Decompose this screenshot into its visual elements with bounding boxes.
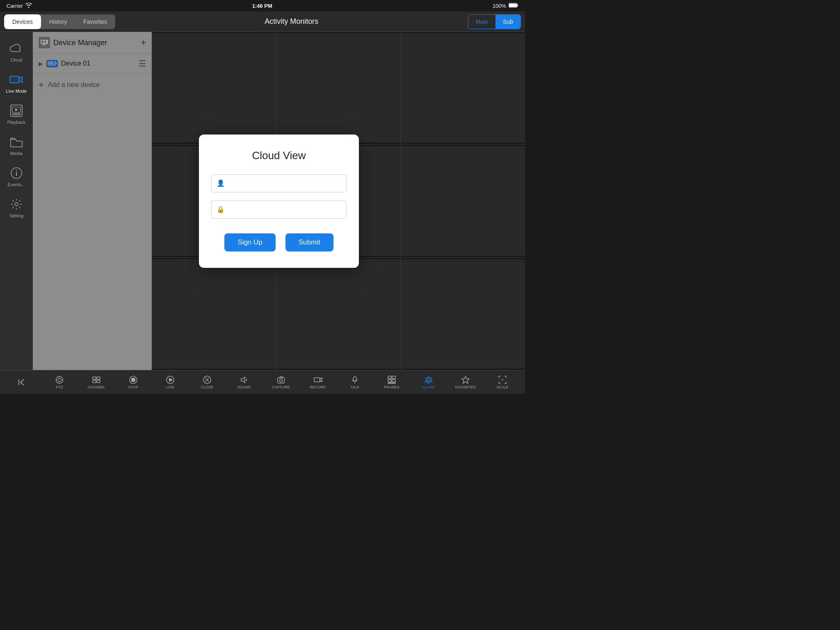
toolbar-capture-label: CAPTURE: [272, 385, 290, 389]
modal-title: Cloud View: [252, 149, 306, 162]
toolbar-live-label: LIVE: [166, 385, 174, 389]
stream-sub-button[interactable]: Sub: [495, 15, 520, 29]
svg-marker-8: [15, 108, 18, 111]
toolbar-sound[interactable]: SOUND: [234, 375, 254, 389]
toolbar-talk[interactable]: TALK: [345, 375, 365, 389]
svg-rect-34: [97, 380, 100, 383]
svg-marker-42: [241, 377, 245, 383]
toolbar-sound-label: SOUND: [237, 385, 251, 389]
svg-point-26: [56, 376, 63, 383]
toolbar-channel[interactable]: CHANNEL: [86, 375, 107, 389]
status-bar: Carrier 1:46 PM 100%: [0, 0, 525, 11]
folder-icon: [9, 135, 24, 149]
tab-bar: Devices History Favorites: [4, 14, 115, 29]
svg-rect-31: [93, 377, 96, 379]
carrier-label: Carrier: [7, 3, 23, 9]
svg-rect-33: [93, 380, 96, 383]
svg-point-53: [427, 378, 430, 381]
svg-rect-1: [517, 4, 518, 6]
svg-rect-52: [388, 383, 395, 383]
svg-rect-49: [392, 376, 395, 379]
info-icon: [9, 166, 24, 180]
user-field-icon: 👤: [217, 179, 225, 187]
toolbar-frames-label: FRAMES: [384, 385, 399, 389]
password-field-wrap: 🔒: [211, 201, 347, 219]
svg-rect-3: [10, 76, 19, 83]
wifi-icon: [25, 3, 32, 9]
battery-icon: [509, 3, 518, 9]
svg-point-12: [15, 203, 18, 206]
modal-overlay: Cloud View 👤 🔒 Sign Up Submit: [33, 32, 525, 370]
sidebar: Cloud Live Mode Playback: [0, 32, 33, 370]
toolbar-stop-label: STOP: [128, 385, 138, 389]
toolbar-frames[interactable]: FRAMES: [381, 375, 402, 389]
sidebar-label-live: Live Mode: [6, 89, 27, 94]
toolbar-back-button[interactable]: [12, 378, 33, 387]
toolbar-scale-label: SCALE: [496, 385, 509, 389]
sidebar-label-setting: Setting: [9, 213, 23, 218]
sidebar-label-playback: Playback: [7, 120, 26, 125]
sidebar-item-media[interactable]: Media: [0, 130, 33, 161]
svg-rect-36: [132, 378, 135, 381]
toolbar-record[interactable]: RECORD: [308, 375, 328, 389]
toolbar-ptz-label: PTZ: [56, 385, 63, 389]
toolbar-close[interactable]: CLOSE: [197, 375, 217, 389]
camera-icon: [9, 72, 24, 87]
toolbar-record-label: RECORD: [310, 385, 326, 389]
sidebar-item-playback[interactable]: Playback: [0, 98, 33, 130]
battery-label: 100%: [493, 3, 506, 9]
toolbar-stop[interactable]: STOP: [123, 375, 144, 389]
toolbar-ptz[interactable]: PTZ: [49, 375, 70, 389]
cloud-icon: [9, 41, 24, 56]
tab-favorites[interactable]: Favorites: [75, 14, 115, 29]
sidebar-item-cloud[interactable]: Cloud: [0, 36, 33, 67]
toolbar-favorites-label: FAVORITES: [455, 385, 476, 389]
top-nav: Devices History Favorites Activity Monit…: [0, 11, 525, 32]
toolbar-close-label: CLOSE: [201, 385, 214, 389]
toolbar-capture[interactable]: CAPTURE: [271, 375, 291, 389]
sidebar-item-events[interactable]: Events...: [0, 161, 33, 192]
stream-main-button[interactable]: Main: [468, 15, 495, 29]
lock-field-icon: 🔒: [217, 205, 225, 213]
svg-rect-43: [278, 378, 284, 383]
signup-button[interactable]: Sign Up: [224, 233, 275, 251]
toolbar-scale[interactable]: SCALE: [492, 375, 513, 389]
username-field-wrap: 👤: [211, 174, 347, 192]
svg-marker-38: [169, 378, 172, 381]
toolbar-alarm[interactable]: ALARM: [418, 375, 439, 389]
username-input[interactable]: [228, 180, 341, 187]
svg-point-25: [58, 378, 61, 381]
toolbar-live[interactable]: LIVE: [160, 375, 180, 389]
svg-rect-32: [97, 377, 100, 379]
sidebar-label-media: Media: [10, 151, 23, 156]
gear-icon: [9, 197, 24, 212]
svg-point-44: [280, 379, 283, 382]
svg-rect-51: [392, 379, 395, 382]
svg-rect-48: [388, 376, 391, 379]
password-input[interactable]: [228, 206, 341, 213]
sidebar-label-events: Events...: [8, 182, 25, 187]
submit-button[interactable]: Submit: [285, 233, 333, 251]
cloud-view-modal: Cloud View 👤 🔒 Sign Up Submit: [199, 135, 359, 268]
sidebar-item-live[interactable]: Live Mode: [0, 67, 33, 98]
tab-devices[interactable]: Devices: [4, 14, 41, 29]
toolbar-channel-label: CHANNEL: [87, 385, 105, 389]
sidebar-label-cloud: Cloud: [11, 57, 23, 62]
stream-toggle: Main Sub: [468, 14, 521, 29]
bottom-toolbar: PTZ CHANNEL STOP LIVE CLOSE: [0, 370, 525, 394]
playback-icon: [9, 103, 24, 118]
clock: 1:46 PM: [252, 3, 272, 9]
tab-history[interactable]: History: [41, 14, 75, 29]
modal-buttons: Sign Up Submit: [224, 233, 333, 251]
svg-marker-54: [462, 376, 469, 383]
svg-point-11: [16, 170, 17, 171]
toolbar-alarm-label: ALARM: [422, 385, 435, 389]
svg-rect-50: [388, 379, 391, 382]
toolbar-talk-label: TALK: [350, 385, 359, 389]
svg-rect-2: [509, 4, 517, 7]
toolbar-favorites[interactable]: FAVORITES: [455, 375, 476, 389]
svg-rect-45: [314, 378, 320, 382]
sidebar-item-setting[interactable]: Setting: [0, 192, 33, 223]
app-title: Activity Monitors: [115, 17, 468, 26]
